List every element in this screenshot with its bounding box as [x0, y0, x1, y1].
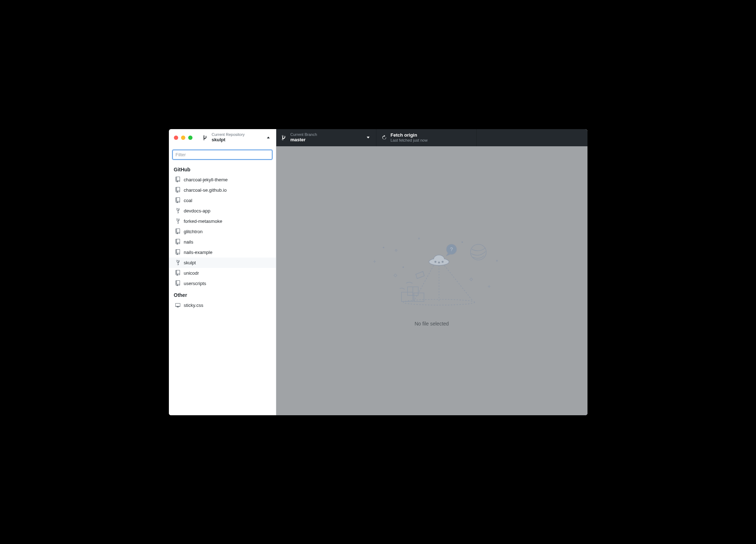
repo-icon — [175, 229, 180, 234]
app-body: GitHubcharcoal-jekyll-themecharcoal-se.g… — [169, 146, 587, 415]
repo-icon — [175, 281, 180, 286]
git-branch-icon — [203, 135, 208, 141]
repo-icon — [175, 270, 180, 275]
git-branch-icon — [281, 135, 287, 141]
repo-item[interactable]: unicodr — [169, 268, 276, 278]
repo-item-label: skulpt — [184, 260, 196, 265]
filter-wrap — [169, 146, 276, 163]
repo-item[interactable]: skulpt — [169, 258, 276, 268]
repo-item-label: forked-metasmoke — [184, 219, 223, 224]
fetch-origin-button[interactable]: Fetch origin Last fetched just now — [376, 129, 477, 146]
repository-list[interactable]: GitHubcharcoal-jekyll-themecharcoal-se.g… — [169, 163, 276, 415]
app-window: Current Repository skulpt Current Branch… — [169, 129, 587, 415]
branch-value: master — [291, 137, 317, 143]
fork-icon — [175, 208, 180, 213]
repo-item[interactable]: devdocs-app — [169, 206, 276, 216]
repo-icon — [175, 239, 180, 244]
repo-item-label: charcoal-jekyll-theme — [184, 177, 228, 182]
svg-rect-12 — [414, 293, 424, 302]
fork-icon — [175, 219, 180, 224]
empty-state-illustration: ? — [364, 235, 500, 310]
repo-icon — [175, 177, 180, 182]
repo-group-header: Other — [169, 289, 276, 300]
svg-point-18 — [403, 266, 404, 268]
chevron-up-icon — [267, 137, 270, 138]
repo-value: skulpt — [212, 137, 245, 143]
repo-item-label: charcoal-se.github.io — [184, 187, 227, 193]
repo-item-label: coal — [184, 198, 192, 203]
svg-point-2 — [438, 262, 440, 263]
repo-label: Current Repository — [212, 132, 245, 137]
repo-item[interactable]: nails — [169, 237, 276, 247]
repo-item-label: glitchtron — [184, 229, 203, 234]
repo-item-label: sticky.css — [184, 303, 204, 308]
svg-point-16 — [383, 247, 384, 248]
window-controls — [169, 129, 197, 146]
main-panel: ? — [276, 146, 587, 415]
repo-group-header: GitHub — [169, 163, 276, 175]
computer-icon — [175, 303, 180, 308]
empty-state-text: No file selected — [415, 321, 449, 327]
titlebar: Current Repository skulpt Current Branch… — [169, 129, 587, 146]
svg-line-8 — [444, 265, 473, 301]
repo-item[interactable]: glitchtron — [169, 226, 276, 237]
repo-item[interactable]: charcoal-se.github.io — [169, 185, 276, 195]
svg-point-17 — [462, 241, 463, 242]
current-repository-button[interactable]: Current Repository skulpt — [197, 129, 276, 146]
repo-item-label: userscripts — [184, 281, 206, 286]
svg-rect-10 — [401, 292, 413, 302]
repo-item-label: nails — [184, 239, 194, 245]
repo-item[interactable]: charcoal-jekyll-theme — [169, 175, 276, 185]
repo-item[interactable]: forked-metasmoke — [169, 216, 276, 226]
close-window-button[interactable] — [174, 136, 178, 140]
filter-input[interactable] — [172, 150, 272, 160]
svg-point-3 — [442, 261, 443, 263]
repo-icon — [175, 187, 180, 192]
repo-icon — [175, 250, 180, 255]
repo-item-label: devdocs-app — [184, 208, 210, 214]
branch-label: Current Branch — [291, 132, 317, 137]
sync-icon — [381, 135, 387, 141]
fetch-status: Last fetched just now — [391, 138, 428, 143]
svg-point-1 — [435, 261, 436, 263]
svg-text:?: ? — [450, 246, 453, 252]
svg-point-14 — [470, 244, 486, 260]
current-branch-button[interactable]: Current Branch master — [276, 129, 376, 146]
chevron-down-icon — [367, 137, 370, 138]
zoom-window-button[interactable] — [188, 136, 192, 140]
repo-item-label: nails-example — [184, 250, 213, 255]
svg-rect-15 — [394, 274, 396, 276]
repo-item[interactable]: userscripts — [169, 278, 276, 289]
repo-icon — [175, 198, 180, 203]
fetch-button-text: Fetch origin Last fetched just now — [391, 132, 428, 143]
minimize-window-button[interactable] — [181, 136, 185, 140]
fork-icon — [175, 260, 180, 265]
fetch-label: Fetch origin — [391, 132, 428, 138]
branch-button-text: Current Branch master — [291, 132, 317, 143]
repo-item[interactable]: coal — [169, 195, 276, 206]
repo-item[interactable]: nails-example — [169, 247, 276, 258]
repo-button-text: Current Repository skulpt — [212, 132, 245, 143]
repository-sidebar: GitHubcharcoal-jekyll-themecharcoal-se.g… — [169, 146, 276, 415]
repo-item-label: unicodr — [184, 270, 199, 276]
repo-item[interactable]: sticky.css — [169, 300, 276, 310]
